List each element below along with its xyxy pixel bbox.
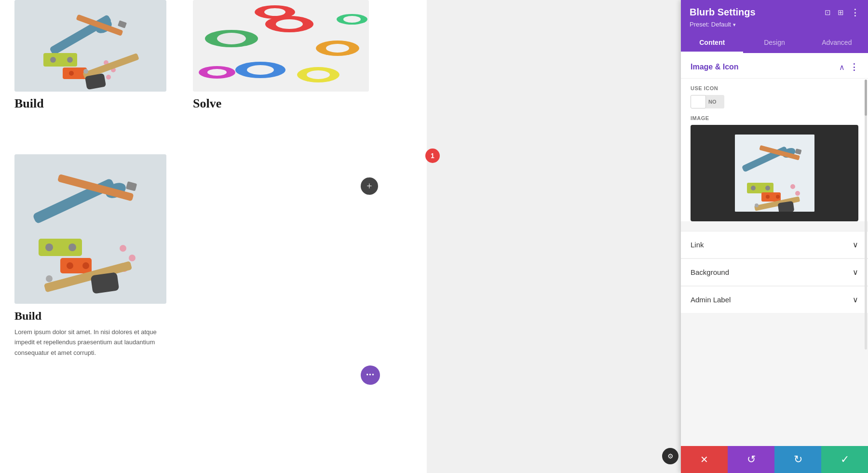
image-preview-container[interactable] bbox=[691, 125, 858, 221]
module-options-button[interactable]: ••• bbox=[361, 365, 380, 385]
section-more-icon[interactable]: ⋮ bbox=[850, 62, 858, 72]
add-module-button[interactable]: + bbox=[361, 177, 378, 195]
svg-point-59 bbox=[766, 195, 770, 199]
svg-point-18 bbox=[217, 33, 246, 44]
image-icon-section-header: Image & Icon ∧ ⋮ bbox=[681, 53, 868, 79]
rings-svg bbox=[193, 0, 369, 92]
svg-point-65 bbox=[755, 203, 759, 207]
tab-advanced[interactable]: Advanced bbox=[806, 33, 868, 53]
dots-icon: ••• bbox=[366, 371, 375, 379]
use-icon-row: Use Icon NO bbox=[681, 79, 868, 113]
build-bottom-image bbox=[14, 154, 166, 304]
tab-design[interactable]: Design bbox=[743, 33, 805, 53]
svg-point-20 bbox=[276, 19, 303, 29]
columns-icon[interactable]: ⊞ bbox=[838, 8, 844, 17]
accessibility-button[interactable]: ⚙ bbox=[662, 448, 678, 464]
svg-point-57 bbox=[765, 186, 770, 190]
link-section: Link ∨ bbox=[681, 231, 868, 258]
svg-rect-8 bbox=[63, 68, 87, 79]
svg-point-9 bbox=[69, 71, 74, 76]
build-top-title: Build bbox=[14, 96, 44, 111]
use-icon-label: Use Icon bbox=[691, 85, 858, 91]
cancel-button[interactable]: ✕ bbox=[681, 446, 728, 473]
solve-image bbox=[193, 0, 369, 92]
panel-title: Blurb Settings bbox=[690, 7, 756, 18]
svg-rect-49 bbox=[91, 272, 120, 294]
background-section: Background ∨ bbox=[681, 258, 868, 285]
link-section-header[interactable]: Link ∨ bbox=[681, 231, 868, 258]
admin-label-section-header[interactable]: Admin Label ∨ bbox=[681, 286, 868, 313]
svg-point-45 bbox=[129, 255, 136, 261]
responsive-icon[interactable]: ⊡ bbox=[825, 8, 831, 17]
svg-point-62 bbox=[795, 191, 800, 196]
svg-point-30 bbox=[343, 16, 361, 23]
toggle-knob bbox=[691, 95, 706, 108]
background-section-title: Background bbox=[691, 268, 729, 276]
tools-svg-top bbox=[14, 0, 166, 92]
build-top-image bbox=[14, 0, 166, 92]
preset-label[interactable]: Preset: Default ▾ bbox=[690, 21, 736, 28]
admin-label-chevron-icon: ∨ bbox=[853, 295, 858, 304]
panel-scrollbar-thumb[interactable] bbox=[865, 80, 867, 116]
image-field-label: Image bbox=[681, 113, 868, 125]
svg-point-14 bbox=[83, 69, 88, 74]
svg-point-48 bbox=[46, 275, 53, 282]
svg-point-61 bbox=[790, 184, 795, 189]
panel-scrollbar-track bbox=[865, 80, 867, 350]
panel-header: Blurb Settings ⊡ ⊞ ⋮ Preset: Default ▾ C… bbox=[681, 0, 868, 53]
use-icon-toggle[interactable]: NO bbox=[691, 95, 724, 108]
svg-point-7 bbox=[67, 57, 73, 63]
background-chevron-icon: ∨ bbox=[853, 268, 858, 277]
build-bottom-title: Build bbox=[14, 310, 41, 323]
admin-label-section: Admin Label ∨ bbox=[681, 286, 868, 313]
panel-tabs: Content Design Advanced bbox=[681, 33, 868, 53]
svg-point-43 bbox=[82, 262, 89, 269]
svg-point-40 bbox=[68, 243, 76, 251]
admin-label-section-title: Admin Label bbox=[691, 296, 731, 304]
svg-point-6 bbox=[50, 57, 56, 63]
svg-point-26 bbox=[307, 70, 330, 79]
plus-icon: + bbox=[366, 181, 372, 192]
preset-arrow: ▾ bbox=[733, 22, 736, 27]
undo-button[interactable]: ↺ bbox=[728, 446, 774, 473]
svg-point-39 bbox=[45, 243, 53, 251]
panel-action-bar: ✕ ↺ ↻ ✓ bbox=[681, 446, 868, 473]
image-icon-title: Image & Icon bbox=[691, 63, 739, 71]
tab-content[interactable]: Content bbox=[681, 33, 743, 53]
redo-button[interactable]: ↻ bbox=[774, 446, 821, 473]
image-thumbnail bbox=[735, 135, 814, 212]
panel-body: Image & Icon ∧ ⋮ Use Icon NO Image bbox=[681, 53, 868, 446]
link-section-title: Link bbox=[691, 241, 704, 249]
svg-point-44 bbox=[120, 245, 126, 252]
notification-badge: 1 bbox=[425, 149, 440, 163]
more-options-icon[interactable]: ⋮ bbox=[851, 7, 859, 18]
svg-point-32 bbox=[264, 8, 285, 16]
confirm-button[interactable]: ✓ bbox=[821, 446, 868, 473]
background-section-header[interactable]: Background ∨ bbox=[681, 259, 868, 285]
svg-point-56 bbox=[751, 186, 756, 190]
svg-point-42 bbox=[67, 262, 73, 269]
svg-point-60 bbox=[776, 195, 780, 199]
accessibility-icon: ⚙ bbox=[667, 452, 674, 460]
svg-rect-33 bbox=[14, 154, 166, 304]
svg-point-12 bbox=[106, 75, 111, 80]
collapse-icon[interactable]: ∧ bbox=[839, 63, 845, 72]
link-chevron-icon: ∨ bbox=[853, 240, 858, 249]
image-icon-section: Image & Icon ∧ ⋮ Use Icon NO Image bbox=[681, 53, 868, 221]
tools-svg-bottom bbox=[14, 154, 166, 304]
toggle-label: NO bbox=[706, 99, 719, 105]
build-bottom-text: Lorem ipsum dolor sit amet. In nisi dolo… bbox=[14, 327, 166, 358]
svg-point-28 bbox=[207, 69, 227, 76]
settings-panel: Blurb Settings ⊡ ⊞ ⋮ Preset: Default ▾ C… bbox=[681, 0, 868, 473]
svg-point-22 bbox=[326, 44, 349, 53]
svg-point-24 bbox=[247, 65, 274, 75]
solve-top-title: Solve bbox=[193, 96, 221, 111]
